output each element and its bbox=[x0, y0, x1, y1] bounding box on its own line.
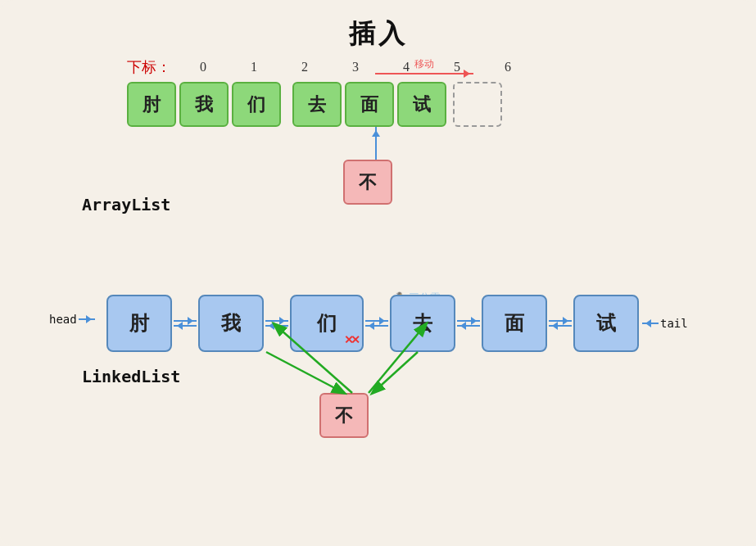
head-label: head bbox=[49, 313, 95, 326]
head-arrow-line bbox=[79, 318, 95, 320]
tail-text: tail bbox=[660, 317, 688, 330]
al-box-1: 我 bbox=[179, 82, 229, 127]
subscript-row: 下标： 0 1 2 3 4 5 6 bbox=[127, 57, 533, 77]
ll-arrow-3 bbox=[457, 320, 480, 327]
arraylist-boxes-row: 肘 我 们 去 面 试 bbox=[127, 82, 505, 127]
tail-label: tail bbox=[642, 317, 688, 330]
xx-mark-2: ✕ bbox=[344, 333, 354, 347]
ll-bwd-line-3 bbox=[457, 325, 480, 327]
al-box-6-dashed bbox=[453, 82, 502, 127]
ll-bwd-4 bbox=[549, 325, 572, 327]
linkedlist-label: LinkedList bbox=[82, 367, 180, 386]
index-3: 3 bbox=[330, 60, 381, 74]
subscript-label: 下标： bbox=[127, 57, 171, 77]
tail-arrow-line bbox=[642, 323, 659, 324]
al-box-0: 肘 bbox=[127, 82, 176, 127]
arraylist-insert-element: 不 bbox=[343, 160, 392, 205]
ll-bwd-0 bbox=[174, 325, 197, 327]
ll-arrow-4 bbox=[549, 320, 572, 327]
al-box-5: 试 bbox=[397, 82, 446, 127]
head-text: head bbox=[49, 313, 77, 326]
al-box-3: 去 bbox=[292, 82, 342, 127]
index-4: 4 bbox=[381, 60, 432, 74]
index-1: 1 bbox=[229, 60, 279, 74]
ll-bwd-line-4 bbox=[549, 325, 572, 327]
ll-bwd-line-1 bbox=[265, 325, 288, 327]
ll-node-5: 试 bbox=[573, 295, 639, 352]
ll-arrow-2 bbox=[365, 320, 388, 327]
index-2: 2 bbox=[279, 60, 330, 74]
index-6: 6 bbox=[482, 60, 533, 74]
insert-arrow-up-line bbox=[375, 127, 377, 160]
ll-insert-element: 不 bbox=[319, 393, 369, 438]
ll-node-1: 我 bbox=[198, 295, 264, 352]
al-box-2: 们 bbox=[232, 82, 281, 127]
ll-insert-box: 不 bbox=[319, 393, 369, 438]
al-box-4: 面 bbox=[345, 82, 394, 127]
ll-node-2: 们 ✕ ✕ bbox=[290, 295, 364, 352]
ll-arrow-qu-to-insert bbox=[373, 352, 418, 393]
ll-bwd-3 bbox=[457, 325, 480, 327]
ll-node-0: 肘 bbox=[106, 295, 172, 352]
arraylist-label: ArrayList bbox=[82, 195, 170, 214]
ll-bwd-line-2 bbox=[365, 325, 388, 327]
index-0: 0 bbox=[178, 60, 229, 74]
index-5: 5 bbox=[432, 60, 482, 74]
main-container: 插入 移动 下标： 0 1 2 3 4 5 6 肘 我 们 去 bbox=[0, 0, 756, 546]
ll-node-3: 去 bbox=[390, 295, 455, 352]
arraylist-insert-box: 不 bbox=[343, 160, 392, 205]
ll-node-4: 面 bbox=[482, 295, 547, 352]
ll-arrow-men-to-insert bbox=[266, 352, 344, 393]
page-title: 插入 bbox=[0, 0, 756, 52]
ll-bwd-line-0 bbox=[174, 325, 197, 327]
ll-nodes-row: 肘 我 们 ✕ bbox=[106, 295, 688, 352]
ll-arrow-0 bbox=[174, 320, 197, 327]
ll-bwd-2 bbox=[365, 325, 388, 327]
ll-bwd-1 bbox=[265, 325, 288, 327]
ll-arrow-1 bbox=[265, 320, 288, 327]
